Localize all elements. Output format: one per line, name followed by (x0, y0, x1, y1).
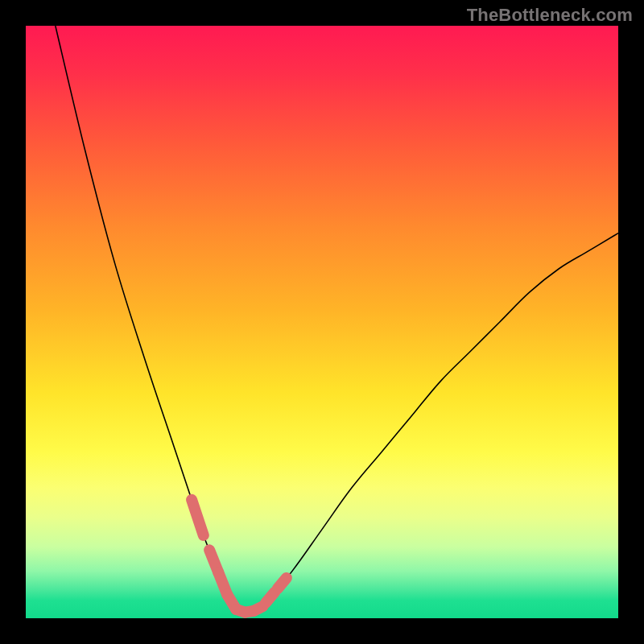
valley-highlight-segment (254, 606, 262, 611)
chart-frame: TheBottleneck.com (0, 0, 644, 644)
valley-highlight-segment (192, 500, 204, 535)
bottleneck-curve (56, 26, 618, 613)
valley-highlight-group (192, 500, 287, 613)
plot-area (26, 26, 618, 618)
valley-highlight-segment (278, 578, 287, 588)
watermark-text: TheBottleneck.com (467, 5, 633, 26)
curve-layer (26, 26, 618, 618)
valley-highlight-segment (266, 592, 275, 603)
